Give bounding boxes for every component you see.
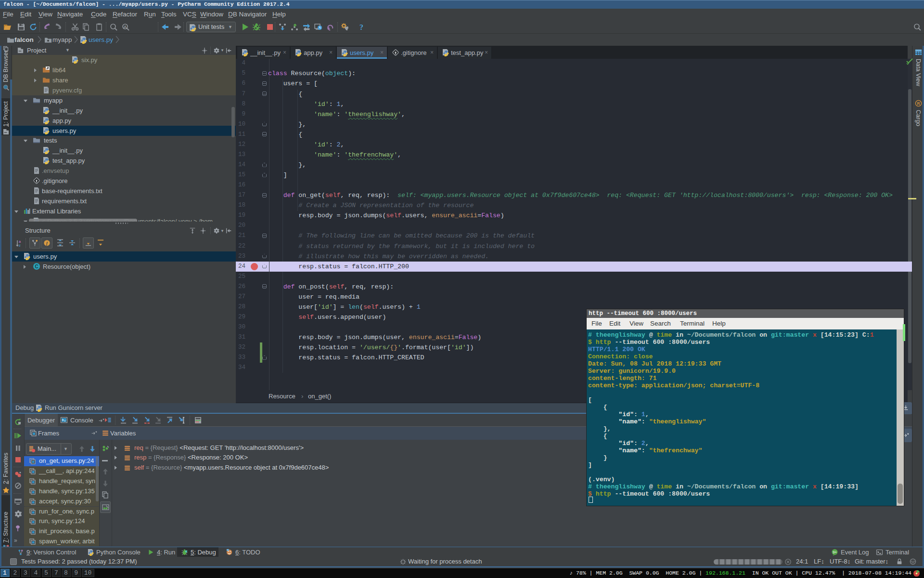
svg-text:?: ? (359, 23, 363, 31)
svg-text:9+: 9+ (833, 550, 837, 554)
svg-text:z: z (19, 243, 21, 247)
svg-text:R: R (917, 101, 920, 106)
svg-text:A: A (124, 25, 127, 29)
